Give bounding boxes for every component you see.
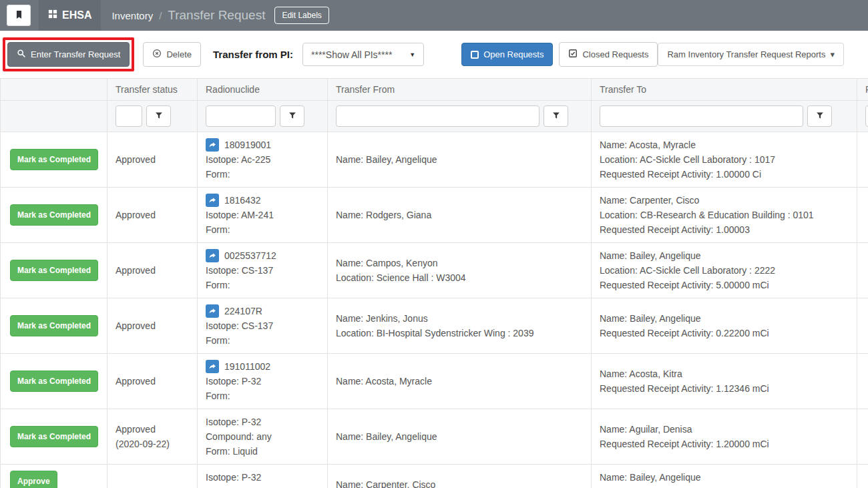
status-text: Pending xyxy=(116,485,189,488)
radionuclide-detail-line: Form: Liquid xyxy=(206,444,319,459)
radionuclide-id-line: 180919001 xyxy=(206,138,319,152)
transfer-from-cell: Name: Bailey, Angelique xyxy=(328,132,592,188)
ehsa-brand[interactable]: EHSA xyxy=(39,0,101,31)
row-actions-cell: Mark as Completed xyxy=(1,298,107,354)
transfer-to-line: Name: Bailey, Angelique xyxy=(600,248,849,263)
radionuclide-detail-line: Isotope: Ac-225 xyxy=(206,152,319,167)
open-requests-label: Open Requests xyxy=(483,49,544,59)
transfer-from-line: Name: Carpenter, Cisco xyxy=(336,477,583,488)
radionuclide-cell: 0025537712Isotope: CS-137Form: xyxy=(198,243,328,298)
radionuclide-cell: 224107RIsotope: CS-137Form: xyxy=(198,298,328,354)
radionuclide-cell: Isotope: P-32Compound: anyForm: Liquid xyxy=(198,409,328,465)
transfer-arrow-icon[interactable] xyxy=(206,360,219,373)
status-text: Approved xyxy=(116,208,189,222)
radionuclide-column-header[interactable]: Radionuclide xyxy=(198,79,328,101)
breadcrumb-transfer-request: Transfer Request xyxy=(168,8,265,23)
closed-requests-button[interactable]: Closed Requests xyxy=(559,42,658,67)
radionuclide-detail-line: Form: xyxy=(206,167,319,182)
transfer-from-cell: Name: Rodgers, Giana xyxy=(328,188,592,243)
breadcrumb-inventory[interactable]: Inventory xyxy=(112,10,153,21)
transfer-to-filter-button[interactable] xyxy=(807,105,832,127)
clipped-column-header[interactable]: P xyxy=(857,79,868,101)
funnel-icon xyxy=(552,111,560,121)
radionuclide-detail-line: Form: xyxy=(206,222,319,237)
transfer-to-line: Location: AC-Sickle Cell Laboratory : 10… xyxy=(600,485,849,488)
transfer-to-line: Name: Acosta, Myracle xyxy=(600,138,849,152)
radionuclide-cell: 191011002Isotope: P-32Form: xyxy=(198,354,328,409)
clipped-cell xyxy=(857,354,868,409)
transfer-to-cell: Name: Bailey, AngeliqueRequested Receipt… xyxy=(592,298,857,354)
transfer-arrow-icon[interactable] xyxy=(206,138,219,152)
transfer-to-line: Requested Receipt Activity: 0.22200 mCi xyxy=(600,326,849,340)
open-requests-button[interactable]: Open Requests xyxy=(461,43,553,66)
transfer-to-cell: Name: Carpenter, CiscoLocation: CB-Resea… xyxy=(592,188,857,243)
radionuclide-cell: 1816432Isotope: AM-241Form: xyxy=(198,188,328,243)
radionuclide-cell: Isotope: P-32Compound:Form: xyxy=(198,465,328,488)
delete-label: Delete xyxy=(166,49,192,59)
mark-as-completed-button[interactable]: Mark as Completed xyxy=(10,371,98,392)
transfer-from-column-header[interactable]: Transfer From xyxy=(328,79,592,101)
clipped-cell xyxy=(857,465,868,488)
bookmark-button[interactable] xyxy=(7,5,31,26)
transfer-to-line: Name: Acosta, Kitra xyxy=(600,367,849,381)
clipped-filter-cell xyxy=(857,101,868,132)
clipped-filter-input[interactable] xyxy=(865,105,868,127)
transfer-arrow-icon[interactable] xyxy=(206,249,219,262)
transfer-requests-table: Transfer status Radionuclide Transfer Fr… xyxy=(0,78,868,488)
status-text: Approved xyxy=(116,422,189,437)
top-navbar: EHSA Inventory / Transfer Request Edit L… xyxy=(0,0,868,31)
transfer-from-cell: Name: Jenkins, JonusLocation: BI-Hospita… xyxy=(328,298,592,354)
toolbar: Enter Transfer Request Delete Transfer f… xyxy=(0,31,868,78)
transfer-arrow-icon[interactable] xyxy=(206,194,219,207)
transfer-arrow-icon[interactable] xyxy=(206,304,219,318)
pi-select-value: ****Show All PIs**** xyxy=(311,49,392,60)
reports-dropdown-button[interactable]: Ram Inventory Transfer Request Reports ▾ xyxy=(658,43,844,66)
radionuclide-filter-input[interactable] xyxy=(206,105,276,127)
table-row: Mark as CompletedApproved(2020-09-22)Iso… xyxy=(1,409,868,465)
transfer-to-cell: Name: Aguilar, DenisaRequested Receipt A… xyxy=(592,409,857,465)
transfer-from-filter-button[interactable] xyxy=(544,105,568,127)
mark-as-completed-button[interactable]: Mark as Completed xyxy=(10,426,98,447)
transfer-to-line: Location: CB-Research & Education Buildi… xyxy=(600,208,849,222)
transfer-to-line: Requested Receipt Activity: 1.00000 Ci xyxy=(600,167,849,182)
funnel-icon xyxy=(288,111,296,121)
approve-button[interactable]: Approve xyxy=(10,471,57,488)
mark-as-completed-button[interactable]: Mark as Completed xyxy=(10,315,98,336)
closed-requests-label: Closed Requests xyxy=(582,49,648,59)
transfer-status-filter-cell xyxy=(107,101,198,132)
table-header-row: Transfer status Radionuclide Transfer Fr… xyxy=(1,79,868,101)
transfer-from-line: Name: Acosta, Myracle xyxy=(336,374,583,389)
edit-labels-button[interactable]: Edit Labels xyxy=(274,7,329,24)
transfer-from-filter-input[interactable] xyxy=(336,105,539,127)
transfer-to-line: Name: Bailey, Angelique xyxy=(600,470,849,485)
mark-as-completed-button[interactable]: Mark as Completed xyxy=(10,204,98,226)
funnel-icon xyxy=(816,111,824,121)
radionuclide-id: 191011002 xyxy=(224,359,270,374)
transfer-from-cell: Name: Acosta, Myracle xyxy=(328,354,592,409)
transfer-to-column-header[interactable]: Transfer To xyxy=(592,79,857,101)
transfer-from-line: Name: Campos, Kenyon xyxy=(336,256,583,270)
transfer-from-line: Name: Rodgers, Giana xyxy=(336,208,583,222)
delete-button[interactable]: Delete xyxy=(143,42,201,67)
transfer-status-cell: Approved xyxy=(107,188,198,243)
transfer-status-cell: Approved xyxy=(107,298,198,354)
pi-select[interactable]: ****Show All PIs**** ▼ xyxy=(302,43,424,66)
radionuclide-filter-button[interactable] xyxy=(280,105,304,127)
radionuclide-id: 180919001 xyxy=(224,138,271,152)
table-filter-row xyxy=(1,101,868,132)
table-row: Mark as CompletedApproved224107RIsotope:… xyxy=(1,298,868,354)
transfer-status-filter-input[interactable] xyxy=(116,105,142,127)
apps-grid-icon xyxy=(48,9,57,21)
enter-transfer-request-button[interactable]: Enter Transfer Request xyxy=(7,42,130,67)
transfer-status-cell: Approved(2020-09-22) xyxy=(107,409,198,465)
annotation-highlight-box: Enter Transfer Request xyxy=(3,37,134,71)
transfer-status-column-header[interactable]: Transfer status xyxy=(107,79,198,101)
mark-as-completed-button[interactable]: Mark as Completed xyxy=(10,149,98,170)
transfer-to-filter-input[interactable] xyxy=(600,105,803,127)
transfer-status-filter-button[interactable] xyxy=(146,105,171,127)
mark-as-completed-button[interactable]: Mark as Completed xyxy=(10,260,98,281)
clipped-cell xyxy=(857,132,868,188)
status-text: Approved xyxy=(116,374,189,389)
delete-circle-x-icon xyxy=(152,49,162,60)
radionuclide-detail-line: Form: xyxy=(206,389,319,403)
